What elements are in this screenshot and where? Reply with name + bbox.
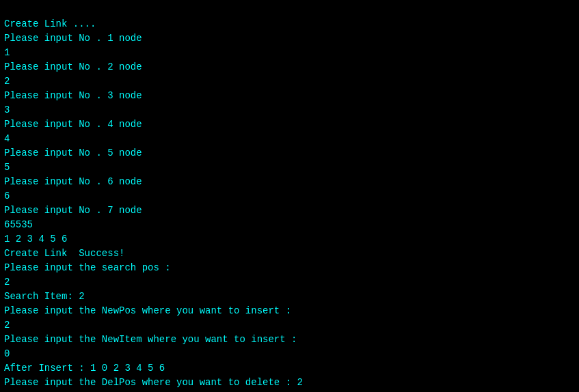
terminal-line: 1 (4, 46, 575, 60)
terminal-line: Please input No . 5 node (4, 146, 575, 160)
terminal-line: 2 (4, 318, 575, 333)
terminal-line: Please input the DelPos where you want t… (4, 376, 575, 390)
terminal-line: 4 (4, 132, 575, 146)
terminal-line: 65535 (4, 218, 575, 232)
terminal-line: 2 (4, 74, 575, 89)
terminal-line: 5 (4, 160, 575, 175)
terminal-line: Please input the search pos : (4, 261, 575, 275)
terminal-line: Create Link Success! (4, 247, 575, 261)
terminal-window[interactable]: Create Link ....Please input No . 1 node… (0, 0, 579, 392)
terminal-line: Please input the NewPos where you want t… (4, 304, 575, 318)
terminal-line: 0 (4, 347, 575, 361)
terminal-line: 6 (4, 189, 575, 204)
terminal-line: Please input No . 7 node (4, 204, 575, 218)
terminal-line: Search Item: 2 (4, 290, 575, 304)
terminal-line: Please input No . 3 node (4, 89, 575, 103)
terminal-line: Please input No . 6 node (4, 175, 575, 189)
terminal-line: 2 (4, 275, 575, 290)
terminal-line: After Insert : 1 0 2 3 4 5 6 (4, 361, 575, 376)
terminal-line: Please input No . 1 node (4, 31, 575, 46)
terminal-line: 1 2 3 4 5 6 (4, 232, 575, 247)
terminal-line: Please input No . 2 node (4, 60, 575, 74)
terminal-line: Please input No . 4 node (4, 117, 575, 132)
terminal-line: Please input the NewItem where you want … (4, 333, 575, 347)
terminal-line: Create Link .... (4, 17, 575, 31)
terminal-line: 3 (4, 103, 575, 117)
